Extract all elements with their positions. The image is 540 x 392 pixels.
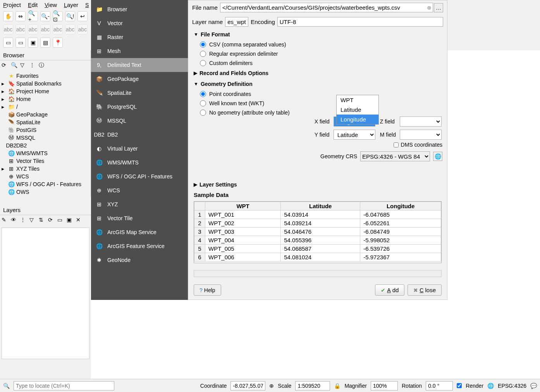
file-format-option[interactable]: Regular expression delimiter xyxy=(188,49,447,58)
browser-item[interactable]: 🐘PostGIS xyxy=(2,126,89,134)
menu-truncated[interactable]: S xyxy=(85,2,89,8)
datasource-item[interactable]: ✱GeoNode xyxy=(91,253,188,267)
file-format-option[interactable]: CSV (comma separated values) xyxy=(188,40,447,49)
table-row[interactable]: 1WPT_00154.03914-6.047685 xyxy=(194,211,441,219)
dropdown-option[interactable]: WPT xyxy=(337,95,378,105)
menu-edit[interactable]: Edit xyxy=(28,2,38,8)
radio-input[interactable] xyxy=(200,100,206,106)
toolbar-button[interactable]: ▣ xyxy=(28,38,38,48)
datasource-item[interactable]: 🌐WFS / OGC API - Features xyxy=(91,169,188,183)
table-row[interactable]: 6WPT_00654.081024-5.972367 xyxy=(194,253,441,262)
rotation-value[interactable] xyxy=(426,381,453,390)
toolbar-button[interactable]: 🔍⊡ xyxy=(53,11,63,21)
browser-item[interactable]: ⓂMSSQL xyxy=(2,134,89,142)
datasource-item[interactable]: 🌐ArcGIS Map Service xyxy=(91,225,188,239)
browser-toolbar-button[interactable]: ⋮ xyxy=(29,62,37,70)
toolbar-button[interactable]: abc xyxy=(15,24,26,34)
clear-icon[interactable]: ⊗ xyxy=(427,5,432,11)
toolbar-button[interactable]: abc xyxy=(28,24,38,34)
menu-view[interactable]: View xyxy=(45,2,57,8)
help-button[interactable]: ?Help xyxy=(194,284,221,296)
crs-picker-button[interactable]: 🌐 xyxy=(433,152,442,161)
datasource-item[interactable]: ◐Virtual Layer xyxy=(91,142,188,156)
browser-item[interactable]: ▸🏠Home xyxy=(2,95,89,103)
dms-checkbox[interactable] xyxy=(394,142,399,147)
datasource-item[interactable]: ⊞Vector Tile xyxy=(91,211,188,225)
radio-input[interactable] xyxy=(200,41,206,48)
close-button[interactable]: ✖Close xyxy=(408,284,442,296)
toolbar-button[interactable]: 🔍+ xyxy=(28,11,38,21)
browser-item[interactable]: ▸📁/ xyxy=(2,103,89,111)
toolbar-button[interactable]: ▭ xyxy=(3,38,13,48)
datasource-item[interactable]: ⊞XYZ xyxy=(91,197,188,211)
browser-item[interactable]: DB2DB2 xyxy=(2,142,89,149)
browser-toolbar-button[interactable]: 🔍 xyxy=(11,62,19,70)
locator-input[interactable] xyxy=(14,381,114,390)
toolbar-button[interactable]: ⇔ xyxy=(15,11,26,21)
browser-item[interactable]: 🌐WFS / OGC API - Features xyxy=(2,180,89,188)
toolbar-button[interactable]: 🔍- xyxy=(40,11,50,21)
browser-item[interactable]: ⊕WCS xyxy=(2,173,89,180)
menu-layer[interactable]: Layer xyxy=(64,2,78,8)
browser-toolbar-button[interactable]: ⟳ xyxy=(2,62,9,70)
messages-icon[interactable]: 💬 xyxy=(530,383,537,389)
radio-input[interactable] xyxy=(200,60,206,66)
table-row[interactable]: 2WPT_00254.039214-6.052261 xyxy=(194,219,441,228)
lock-icon[interactable]: 🔒 xyxy=(334,383,341,389)
layers-toolbar-button[interactable]: ⋮ xyxy=(20,217,28,224)
datasource-item[interactable]: ▦Raster xyxy=(91,30,188,44)
radio-input[interactable] xyxy=(200,91,206,97)
browser-item[interactable]: 🌐WMS/WMTS xyxy=(2,149,89,157)
radio-input[interactable] xyxy=(200,51,206,57)
section-geometry[interactable]: ▼Geometry Definition xyxy=(188,79,447,89)
layers-toolbar-button[interactable]: ▭ xyxy=(57,217,65,224)
browser-toolbar-button[interactable]: ⓘ xyxy=(39,62,46,70)
toolbar-button[interactable]: abc xyxy=(77,24,88,34)
z-field-select[interactable] xyxy=(400,116,442,127)
toolbar-button[interactable]: 🔍! xyxy=(65,11,75,21)
radio-input[interactable] xyxy=(200,110,206,116)
browser-item[interactable]: 🌐OWS xyxy=(2,188,89,196)
section-record-fields[interactable]: ▶Record and Fields Options xyxy=(188,68,447,79)
datasource-item[interactable]: ⊞Mesh xyxy=(91,44,188,58)
toolbar-button[interactable]: ✋ xyxy=(3,11,13,21)
dropdown-option[interactable]: Longitude xyxy=(337,115,378,124)
file-format-option[interactable]: Custom delimiters xyxy=(188,58,447,68)
add-button[interactable]: ✔AAdddd xyxy=(375,284,404,296)
menu-project[interactable]: PProjectroject xyxy=(3,2,21,8)
browser-item[interactable]: 🪶SpatiaLite xyxy=(2,118,89,126)
datasource-item[interactable]: DB2DB2 xyxy=(91,128,188,142)
table-row[interactable]: 4WPT_00454.055396-5.998052 xyxy=(194,236,441,245)
toolbar-button[interactable]: ↩ xyxy=(77,11,88,21)
magnifier-value[interactable] xyxy=(371,381,398,390)
scale-value[interactable] xyxy=(295,381,330,390)
browser-item[interactable]: ▸⊞XYZ Tiles xyxy=(2,165,89,173)
toolbar-button[interactable]: 📍 xyxy=(53,38,63,48)
layers-toolbar-button[interactable]: 👁 xyxy=(11,217,19,224)
browser-item[interactable]: ▸🏠Project Home xyxy=(2,87,89,95)
toolbar-button[interactable]: abc xyxy=(3,24,13,34)
browser-item[interactable]: 📦GeoPackage xyxy=(2,111,89,118)
toolbar-button[interactable]: ▭ xyxy=(15,38,26,48)
datasource-item[interactable]: 🌐WMS/WMTS xyxy=(91,156,188,169)
browser-item[interactable]: ⊞Vector Tiles xyxy=(2,157,89,165)
browse-button[interactable]: … xyxy=(434,3,443,12)
layers-toolbar-button[interactable]: ▣ xyxy=(67,217,74,224)
section-layer-settings[interactable]: ▶Layer Settings xyxy=(188,179,447,190)
m-field-select[interactable] xyxy=(400,130,442,140)
datasource-item[interactable]: 📁Browser xyxy=(91,2,188,16)
layers-toolbar-button[interactable]: ⇅ xyxy=(39,217,46,224)
datasource-item[interactable]: 🌐ArcGIS Feature Service xyxy=(91,239,188,253)
table-row[interactable]: 3WPT_00354.046476-6.084749 xyxy=(194,228,441,236)
table-header[interactable]: Longitude xyxy=(360,202,441,211)
layers-toolbar-button[interactable]: ✕ xyxy=(76,217,84,224)
table-header[interactable]: WPT xyxy=(205,202,281,211)
browser-item[interactable]: ★Favorites xyxy=(2,72,89,80)
datasource-item[interactable]: ⓂMSSQL xyxy=(91,114,188,128)
layers-toolbar-button[interactable]: ▽ xyxy=(29,217,37,224)
y-field-select[interactable]: Latitude xyxy=(334,130,375,140)
table-header[interactable]: Latitude xyxy=(281,202,360,211)
geometry-option[interactable]: Well known text (WKT) xyxy=(188,99,447,108)
extent-icon[interactable]: ⊕ xyxy=(269,383,274,389)
browser-toolbar-button[interactable]: ▽ xyxy=(20,62,28,70)
